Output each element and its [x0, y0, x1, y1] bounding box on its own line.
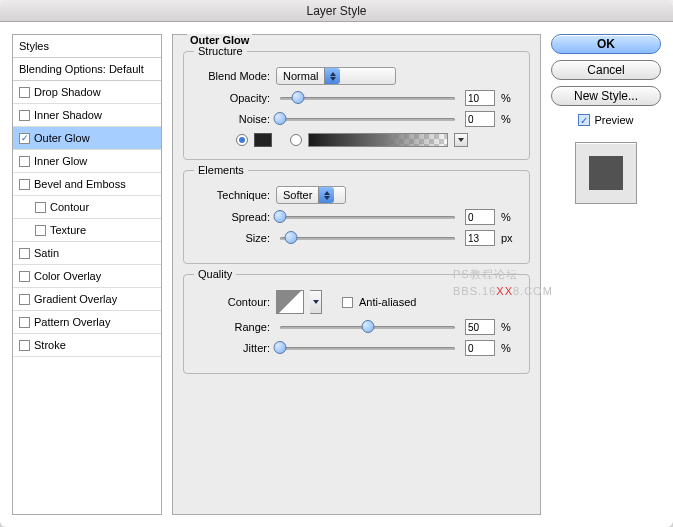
checkbox-icon[interactable] [19, 340, 30, 351]
range-slider[interactable] [280, 326, 455, 329]
window-title: Layer Style [0, 0, 673, 22]
slider-thumb-icon[interactable] [291, 91, 304, 104]
new-style-button[interactable]: New Style... [551, 86, 661, 106]
outer-glow-panel: Outer Glow Structure Blend Mode: Normal … [172, 34, 541, 515]
color-radio[interactable] [236, 134, 248, 146]
spread-label: Spread: [196, 211, 270, 223]
technique-select[interactable]: Softer [276, 186, 346, 204]
opacity-slider[interactable] [280, 97, 455, 100]
checkbox-icon[interactable] [19, 271, 30, 282]
checkbox-icon[interactable] [19, 179, 30, 190]
contour-label: Contour: [196, 296, 270, 308]
style-pattern-overlay[interactable]: Pattern Overlay [13, 311, 161, 334]
range-unit: % [501, 321, 517, 333]
opacity-input[interactable] [465, 90, 495, 106]
gradient-dropdown[interactable] [454, 133, 468, 147]
style-label: Drop Shadow [34, 86, 101, 98]
style-inner-shadow[interactable]: Inner Shadow [13, 104, 161, 127]
quality-group: Quality Contour: Anti-aliased Range: % [183, 274, 530, 374]
style-label: Pattern Overlay [34, 316, 110, 328]
style-label: Inner Glow [34, 155, 87, 167]
size-input[interactable] [465, 230, 495, 246]
style-label: Contour [50, 201, 89, 213]
checkbox-icon[interactable] [19, 156, 30, 167]
style-drop-shadow[interactable]: Drop Shadow [13, 81, 161, 104]
noise-input[interactable] [465, 111, 495, 127]
jitter-input[interactable] [465, 340, 495, 356]
checkbox-icon[interactable] [35, 225, 46, 236]
size-label: Size: [196, 232, 270, 244]
size-slider[interactable] [280, 237, 455, 240]
preview-checkbox[interactable] [578, 114, 590, 126]
jitter-unit: % [501, 342, 517, 354]
slider-thumb-icon[interactable] [274, 341, 287, 354]
gradient-radio[interactable] [290, 134, 302, 146]
dialog-buttons: OK Cancel New Style... Preview [551, 34, 661, 515]
range-input[interactable] [465, 319, 495, 335]
noise-label: Noise: [196, 113, 270, 125]
noise-unit: % [501, 113, 517, 125]
spread-input[interactable] [465, 209, 495, 225]
blend-mode-label: Blend Mode: [196, 70, 270, 82]
spread-slider[interactable] [280, 216, 455, 219]
technique-label: Technique: [196, 189, 270, 201]
checkbox-icon[interactable] [19, 110, 30, 121]
blend-mode-value: Normal [277, 70, 324, 82]
slider-thumb-icon[interactable] [274, 210, 287, 223]
glow-gradient-swatch[interactable] [308, 133, 448, 147]
glow-color-swatch[interactable] [254, 133, 272, 147]
checkbox-icon[interactable] [19, 294, 30, 305]
style-label: Outer Glow [34, 132, 90, 144]
anti-aliased-checkbox[interactable] [342, 297, 353, 308]
checkbox-icon[interactable] [35, 202, 46, 213]
preview-thumbnail [575, 142, 637, 204]
blend-mode-select[interactable]: Normal [276, 67, 396, 85]
preview-checkbox-row[interactable]: Preview [551, 114, 661, 126]
checkbox-icon[interactable] [19, 248, 30, 259]
elements-legend: Elements [194, 164, 248, 176]
opacity-unit: % [501, 92, 517, 104]
noise-slider[interactable] [280, 118, 455, 121]
style-label: Satin [34, 247, 59, 259]
slider-thumb-icon[interactable] [361, 320, 374, 333]
style-label: Bevel and Emboss [34, 178, 126, 190]
style-bevel-emboss[interactable]: Bevel and Emboss [13, 173, 161, 196]
styles-header[interactable]: Styles [13, 35, 161, 58]
styles-list: Styles Blending Options: Default Drop Sh… [12, 34, 162, 515]
style-label: Color Overlay [34, 270, 101, 282]
jitter-slider[interactable] [280, 347, 455, 350]
anti-aliased-label: Anti-aliased [359, 296, 416, 308]
style-contour[interactable]: Contour [13, 196, 161, 219]
slider-thumb-icon[interactable] [284, 231, 297, 244]
range-label: Range: [196, 321, 270, 333]
layer-style-dialog: Layer Style Styles Blending Options: Def… [0, 0, 673, 527]
style-stroke[interactable]: Stroke [13, 334, 161, 357]
structure-legend: Structure [194, 45, 247, 57]
style-texture[interactable]: Texture [13, 219, 161, 242]
contour-picker[interactable] [276, 290, 304, 314]
structure-group: Structure Blend Mode: Normal Opacity: % … [183, 51, 530, 160]
style-gradient-overlay[interactable]: Gradient Overlay [13, 288, 161, 311]
preview-swatch-icon [589, 156, 623, 190]
checkbox-icon[interactable] [19, 317, 30, 328]
style-label: Texture [50, 224, 86, 236]
checkbox-icon[interactable] [19, 87, 30, 98]
slider-thumb-icon[interactable] [274, 112, 287, 125]
style-outer-glow[interactable]: Outer Glow [13, 127, 161, 150]
cancel-button[interactable]: Cancel [551, 60, 661, 80]
style-label: Stroke [34, 339, 66, 351]
quality-legend: Quality [194, 268, 236, 280]
checkbox-icon[interactable] [19, 133, 30, 144]
size-unit: px [501, 232, 517, 244]
dialog-content: Styles Blending Options: Default Drop Sh… [0, 22, 673, 527]
opacity-label: Opacity: [196, 92, 270, 104]
spread-unit: % [501, 211, 517, 223]
style-inner-glow[interactable]: Inner Glow [13, 150, 161, 173]
contour-dropdown[interactable] [310, 290, 322, 314]
style-satin[interactable]: Satin [13, 242, 161, 265]
style-label: Gradient Overlay [34, 293, 117, 305]
blending-options-row[interactable]: Blending Options: Default [13, 58, 161, 81]
style-label: Inner Shadow [34, 109, 102, 121]
ok-button[interactable]: OK [551, 34, 661, 54]
style-color-overlay[interactable]: Color Overlay [13, 265, 161, 288]
